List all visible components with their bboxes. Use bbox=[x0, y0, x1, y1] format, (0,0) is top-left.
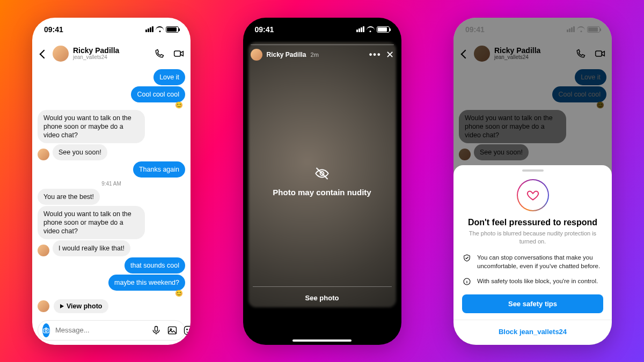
nudity-warning: Photo may contain nudity bbox=[243, 166, 401, 196]
battery-icon bbox=[166, 26, 179, 33]
tip-row: With safety tools like block, you're in … bbox=[462, 277, 603, 286]
svg-rect-0 bbox=[174, 51, 181, 56]
back-button[interactable] bbox=[39, 49, 48, 58]
msg-in[interactable]: You are the best! bbox=[38, 189, 100, 205]
heart-icon bbox=[526, 188, 540, 202]
status-time: 09:41 bbox=[255, 25, 274, 34]
msg-reaction: 😊 bbox=[38, 101, 183, 109]
chat-scroll[interactable]: Love it Cool cool cool 😊 Would you want … bbox=[32, 67, 191, 317]
message-input[interactable] bbox=[55, 326, 145, 334]
info-icon bbox=[462, 277, 472, 286]
wifi-icon bbox=[577, 26, 585, 32]
sender-avatar bbox=[38, 245, 49, 256]
sheet-divider bbox=[453, 320, 612, 320]
svg-rect-4 bbox=[169, 327, 177, 334]
camera-button[interactable] bbox=[42, 323, 50, 337]
tip-text: With safety tools like block, you're in … bbox=[477, 277, 598, 286]
status-time: 09:41 bbox=[465, 25, 485, 34]
msg-in[interactable]: Would you want to talk on the phone soon… bbox=[38, 110, 145, 143]
sender-avatar bbox=[38, 149, 49, 160]
story-sender-name[interactable]: Ricky Padilla bbox=[267, 51, 306, 58]
block-user-button[interactable]: Block jean_vallets24 bbox=[462, 328, 603, 336]
cell-signal-icon bbox=[356, 26, 364, 32]
shield-check-icon bbox=[462, 254, 472, 270]
sticker-icon[interactable] bbox=[183, 325, 191, 336]
notch bbox=[290, 18, 354, 29]
status-time: 09:41 bbox=[44, 25, 63, 34]
contact-block[interactable]: Ricky Padilla jean_vallets24 bbox=[73, 47, 119, 60]
wifi-icon bbox=[156, 26, 164, 32]
contact-handle: jean_vallets24 bbox=[73, 54, 119, 60]
close-icon[interactable]: ✕ bbox=[386, 50, 394, 60]
svg-point-2 bbox=[45, 329, 47, 331]
promo-stage: 09:41 Ricky Padilla jean_vallets24 Love … bbox=[0, 0, 644, 362]
msg-in[interactable]: See you soon! bbox=[53, 144, 107, 160]
see-safety-tips-button[interactable]: See safety tips bbox=[462, 294, 603, 313]
heart-ring-icon bbox=[517, 179, 549, 211]
chat-header: Ricky Padilla jean_vallets24 bbox=[32, 41, 191, 66]
phone-safety-sheet: 09:41 Ricky Padilla jean_vallets24 Love … bbox=[453, 18, 612, 345]
tip-row: You can stop conversations that make you… bbox=[462, 254, 603, 270]
view-photo-button[interactable]: View photo bbox=[54, 299, 108, 313]
msg-out[interactable]: Cool cool cool bbox=[131, 86, 185, 102]
home-indicator bbox=[292, 339, 352, 342]
sheet-grabber[interactable] bbox=[522, 169, 544, 172]
view-photo-label: View photo bbox=[67, 302, 102, 310]
story-viewer[interactable]: Ricky Padilla 2m ••• ✕ Photo may contain… bbox=[243, 18, 401, 345]
story-age: 2m bbox=[311, 51, 319, 58]
safety-tips: You can stop conversations that make you… bbox=[462, 254, 603, 285]
audio-call-icon[interactable] bbox=[154, 48, 165, 59]
msg-out[interactable]: maybe this weekend? bbox=[108, 275, 185, 291]
status-bar: 09:41 bbox=[32, 18, 191, 41]
svg-point-7 bbox=[187, 329, 188, 330]
cell-signal-icon bbox=[145, 26, 153, 32]
battery-icon bbox=[377, 26, 390, 33]
story-header: Ricky Padilla 2m ••• ✕ bbox=[251, 49, 394, 61]
contact-name: Ricky Padilla bbox=[73, 47, 119, 54]
tip-text: You can stop conversations that make you… bbox=[477, 254, 603, 270]
svg-rect-3 bbox=[155, 326, 158, 331]
msg-in[interactable]: I would really like that! bbox=[53, 240, 130, 256]
svg-point-8 bbox=[189, 329, 191, 330]
status-right bbox=[567, 26, 600, 33]
message-composer bbox=[38, 320, 185, 341]
story-avatar[interactable] bbox=[251, 49, 262, 61]
gallery-icon[interactable] bbox=[167, 325, 178, 336]
sheet-subtitle: The photo is blurred because nudity prot… bbox=[462, 230, 603, 246]
nudity-warning-label: Photo may contain nudity bbox=[273, 187, 371, 196]
chat-timestamp: 9:41 AM bbox=[38, 181, 185, 187]
more-options-icon[interactable]: ••• bbox=[369, 50, 382, 60]
msg-out[interactable]: Love it bbox=[153, 69, 185, 85]
see-photo-button[interactable]: See photo bbox=[243, 294, 401, 302]
story-progress bbox=[251, 45, 394, 46]
story-divider bbox=[253, 286, 392, 287]
safety-sheet: Don't feel pressured to respond The phot… bbox=[453, 165, 612, 345]
cell-signal-icon bbox=[567, 26, 575, 32]
contact-avatar[interactable] bbox=[53, 46, 69, 62]
wifi-icon bbox=[367, 26, 375, 32]
sheet-title: Don't feel pressured to respond bbox=[462, 218, 603, 227]
status-right bbox=[356, 26, 390, 33]
msg-out[interactable]: that sounds cool bbox=[125, 257, 185, 274]
msg-out[interactable]: Thanks again bbox=[133, 161, 185, 178]
battery-icon bbox=[587, 26, 600, 33]
phone-story: 09:41 Ricky Padilla 2m ••• ✕ Photo may c… bbox=[243, 18, 401, 345]
video-call-icon[interactable] bbox=[173, 48, 184, 59]
status-bar: 09:41 bbox=[453, 18, 612, 41]
sender-avatar bbox=[38, 300, 49, 312]
phone-chat: 09:41 Ricky Padilla jean_vallets24 Love … bbox=[32, 18, 191, 345]
play-icon bbox=[60, 304, 64, 308]
mic-icon[interactable] bbox=[151, 325, 162, 336]
msg-in[interactable]: Would you want to talk on the phone soon… bbox=[38, 206, 145, 239]
view-photo-row: View photo bbox=[38, 297, 185, 315]
msg-reaction: 😊 bbox=[38, 290, 183, 297]
eye-off-icon bbox=[314, 166, 330, 181]
svg-rect-6 bbox=[185, 326, 191, 334]
status-right bbox=[145, 26, 179, 33]
